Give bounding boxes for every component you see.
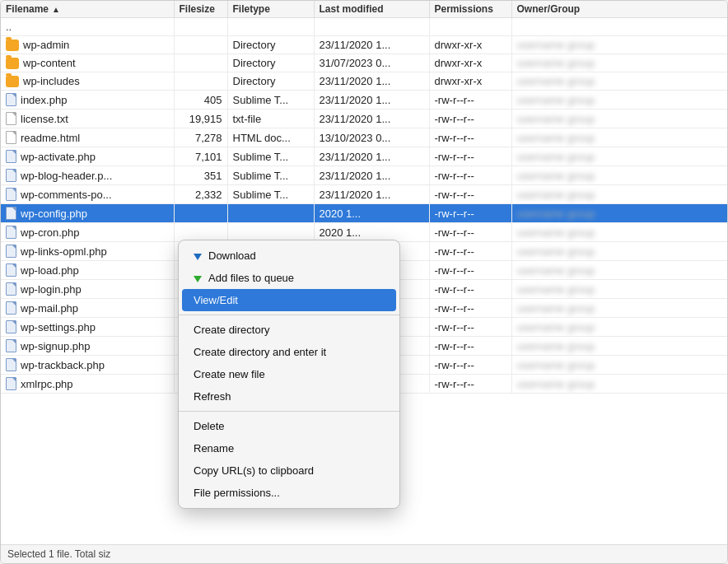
php-file-icon <box>6 358 16 371</box>
context-menu-divider <box>179 315 399 315</box>
file-list-container[interactable]: Filename ▲ Filesize Filetype Last modifi… <box>1 1 727 544</box>
context-menu-item-label: Rename <box>194 442 234 454</box>
context-menu-item[interactable]: Delete <box>179 415 399 437</box>
php-file-icon <box>6 150 16 163</box>
cell-permissions: -rw-r--r-- <box>429 242 511 261</box>
col-header-lastmod[interactable]: Last modified <box>314 1 429 18</box>
cell-lastmod: 23/11/2020 1... <box>314 185 429 204</box>
cell-filename: wp-links-opml.php <box>1 242 174 261</box>
php-file-icon <box>6 226 16 239</box>
cell-owner: username group <box>511 223 727 242</box>
owner-blurred: username group <box>517 132 595 144</box>
php-file-icon <box>6 207 16 220</box>
cell-filesize <box>174 204 227 223</box>
table-row[interactable]: wp-includesDirectory23/11/2020 1...drwxr… <box>1 72 727 91</box>
cell-owner: username group <box>511 375 727 394</box>
file-manager: Filename ▲ Filesize Filetype Last modifi… <box>0 0 728 564</box>
filename-text: wp-comments-po... <box>21 189 112 201</box>
cell-owner: username group <box>511 128 727 147</box>
cell-owner: username group <box>511 318 727 337</box>
cell-filename: wp-login.php <box>1 280 174 299</box>
cell-lastmod: 2020 1... <box>314 204 429 223</box>
cell-owner: username group <box>511 261 727 280</box>
table-row[interactable]: wp-activate.php7,101Sublime T...23/11/20… <box>1 147 727 166</box>
cell-lastmod: 23/11/2020 1... <box>314 166 429 185</box>
cell-filename: wp-trackback.php <box>1 356 174 375</box>
cell-owner: username group <box>511 36 727 54</box>
context-menu-item-label: Create directory <box>194 324 269 336</box>
cell-permissions: -rw-r--r-- <box>429 166 511 185</box>
context-menu-item[interactable]: File permissions... <box>179 482 399 504</box>
owner-blurred: username group <box>517 302 595 315</box>
cell-permissions: -rw-r--r-- <box>429 204 511 223</box>
context-menu-item[interactable]: Create directory and enter it <box>179 341 399 363</box>
col-header-filesize[interactable]: Filesize <box>174 1 227 18</box>
owner-blurred: username group <box>517 57 595 69</box>
context-menu-item-label: File permissions... <box>194 487 280 499</box>
table-row[interactable]: license.txt19,915txt-file23/11/2020 1...… <box>1 110 727 128</box>
context-menu-item-label: Create new file <box>194 368 265 380</box>
cell-filename: wp-admin <box>1 36 174 54</box>
cell-permissions: -rw-r--r-- <box>429 261 511 280</box>
table-row[interactable]: wp-config.php2020 1...-rw-r--r--username… <box>1 204 727 223</box>
context-menu-item[interactable]: Download <box>179 245 399 267</box>
table-row[interactable]: index.php405Sublime T...23/11/2020 1...-… <box>1 91 727 110</box>
context-menu-item[interactable]: Rename <box>179 437 399 459</box>
cell-filename: xmlrpc.php <box>1 375 174 394</box>
cell-filename: wp-load.php <box>1 261 174 280</box>
cell-permissions: -rw-r--r-- <box>429 128 511 147</box>
context-menu-item[interactable]: View/Edit <box>182 289 396 311</box>
owner-blurred: username group <box>517 189 595 201</box>
cell-lastmod <box>314 18 429 36</box>
col-header-permissions[interactable]: Permissions <box>429 1 511 18</box>
cell-permissions: -rw-r--r-- <box>429 356 511 375</box>
cell-permissions: -rw-r--r-- <box>429 375 511 394</box>
table-row[interactable]: wp-adminDirectory23/11/2020 1...drwxr-xr… <box>1 36 727 54</box>
cell-permissions: -rw-r--r-- <box>429 185 511 204</box>
cell-filesize <box>174 18 227 36</box>
table-row[interactable]: wp-contentDirectory31/07/2023 0...drwxr-… <box>1 54 727 72</box>
col-header-owner[interactable]: Owner/Group <box>511 1 727 18</box>
col-header-filename[interactable]: Filename ▲ <box>1 1 174 18</box>
cell-filename: wp-blog-header.p... <box>1 166 174 185</box>
cell-filename: wp-cron.php <box>1 223 174 242</box>
table-row[interactable]: .. <box>1 18 727 36</box>
owner-blurred: username group <box>517 340 595 352</box>
owner-blurred: username group <box>517 321 595 333</box>
context-menu-item[interactable]: Create directory <box>179 319 399 341</box>
context-menu-item[interactable]: Create new file <box>179 363 399 385</box>
cell-permissions: drwxr-xr-x <box>429 72 511 91</box>
context-menu-item[interactable]: Add files to queue <box>179 267 399 289</box>
cell-lastmod: 23/11/2020 1... <box>314 147 429 166</box>
table-row[interactable]: readme.html7,278HTML doc...13/10/2023 0.… <box>1 128 727 147</box>
context-menu: DownloadAdd files to queueView/EditCreat… <box>178 240 400 509</box>
context-menu-item[interactable]: Refresh <box>179 385 399 408</box>
cell-filetype: HTML doc... <box>227 128 314 147</box>
cell-filename: wp-signup.php <box>1 337 174 356</box>
folder-icon <box>6 58 19 69</box>
cell-filename: wp-comments-po... <box>1 185 174 204</box>
php-file-icon <box>6 245 16 258</box>
table-row[interactable]: wp-comments-po...2,332Sublime T...23/11/… <box>1 185 727 204</box>
php-file-icon <box>6 93 16 106</box>
cell-filesize <box>174 54 227 72</box>
php-file-icon <box>6 339 16 352</box>
cell-lastmod: 23/11/2020 1... <box>314 91 429 110</box>
col-header-filetype[interactable]: Filetype <box>227 1 314 18</box>
owner-blurred: username group <box>517 170 595 182</box>
filename-text: wp-mail.php <box>21 302 78 315</box>
context-menu-item[interactable]: Copy URL(s) to clipboard <box>179 459 399 482</box>
filename-text: wp-signup.php <box>21 340 91 352</box>
cell-filetype: Sublime T... <box>227 166 314 185</box>
owner-blurred: username group <box>517 264 595 277</box>
php-file-icon <box>6 282 16 296</box>
filename-text: wp-activate.php <box>21 151 96 163</box>
cell-owner: username group <box>511 110 727 128</box>
cell-filetype: Directory <box>227 54 314 72</box>
cell-filesize: 7,278 <box>174 128 227 147</box>
cell-owner: username group <box>511 299 727 318</box>
cell-permissions: -rw-r--r-- <box>429 223 511 242</box>
cell-owner: username group <box>511 54 727 72</box>
context-menu-item-label: Download <box>208 249 256 262</box>
table-row[interactable]: wp-blog-header.p...351Sublime T...23/11/… <box>1 166 727 185</box>
